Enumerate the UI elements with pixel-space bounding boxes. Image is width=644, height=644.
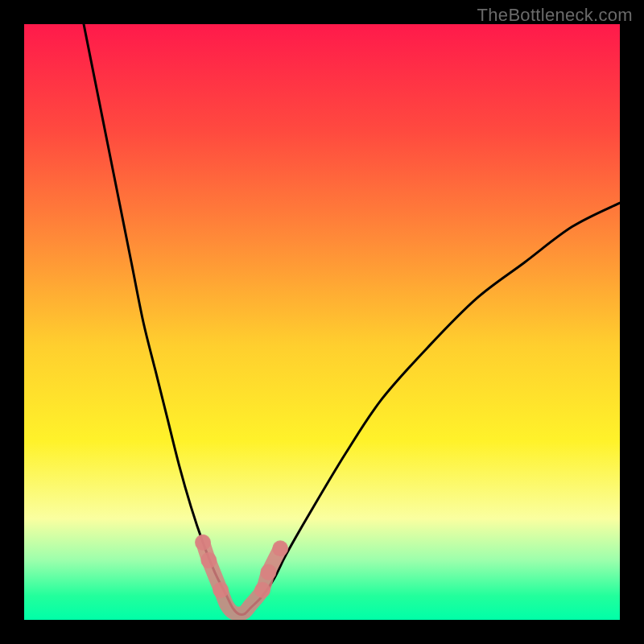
- optimal-marker-dot: [260, 564, 276, 580]
- plot-area: [24, 24, 620, 620]
- optimal-marker-dot: [200, 552, 217, 568]
- optimal-marker-dot: [254, 582, 270, 598]
- bottleneck-chart: [24, 24, 620, 620]
- optimal-marker-dot: [195, 535, 211, 551]
- optimal-marker-dot: [213, 582, 229, 598]
- watermark-text: TheBottleneck.com: [477, 5, 633, 26]
- gradient-background: [24, 24, 620, 620]
- optimal-marker-dot: [272, 540, 288, 556]
- chart-frame: TheBottleneck.com: [0, 0, 644, 644]
